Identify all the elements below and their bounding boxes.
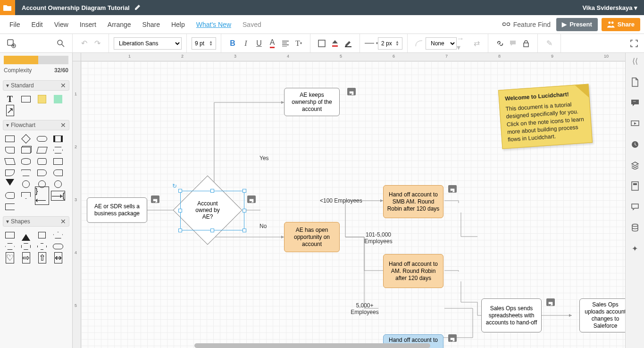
node-smb[interactable]: Hand off account to SMB AM. Round Robin … [383, 185, 443, 218]
fc-note[interactable] [3, 202, 17, 212]
shape-note[interactable] [35, 94, 49, 104]
actions-icon[interactable]: ✦ [629, 243, 641, 254]
sh-tri[interactable] [19, 230, 33, 240]
add-shape-icon[interactable] [5, 37, 18, 50]
note-icon[interactable]: ▄ [247, 195, 256, 203]
sh-hex[interactable] [3, 242, 17, 251]
fc-process[interactable] [3, 134, 17, 144]
layers-icon[interactable] [629, 160, 641, 171]
sh-cloud[interactable] [51, 242, 65, 251]
node-start[interactable]: AE or SDR sells a business package [87, 197, 147, 223]
master-icon[interactable] [629, 180, 641, 192]
palette-flowchart-header[interactable]: ▾ Flowchart✕ [3, 120, 69, 130]
fc-multidoc[interactable] [19, 145, 33, 155]
comment-icon[interactable] [506, 37, 519, 50]
sticky-note[interactable]: Welcome to Lucidchart! This document is … [498, 84, 593, 149]
sh-ar-lr[interactable]: ⇔ [51, 253, 65, 263]
document-title[interactable]: Account Ownership Diagram Tutorial [22, 4, 130, 11]
menu-arrange[interactable]: Arrange [108, 21, 131, 28]
stroke-width-select[interactable]: 2 px▲▼ [378, 37, 402, 50]
undo-icon[interactable]: ↶ [77, 37, 91, 50]
palette-shapes-header[interactable]: ▾ Shapes✕ [3, 216, 69, 227]
fill-icon[interactable] [328, 37, 342, 50]
close-icon[interactable]: ✕ [60, 121, 66, 129]
sh-cross[interactable] [35, 242, 49, 251]
sh-oct[interactable] [19, 242, 33, 251]
menu-share[interactable]: Share [142, 21, 160, 28]
fc-manual[interactable] [19, 168, 33, 178]
menu-help[interactable]: Help [171, 21, 185, 28]
fc-data[interactable] [35, 145, 49, 155]
node-ops2[interactable]: Sales Ops uploads account changes to Sal… [579, 298, 625, 332]
line-style-icon[interactable]: ▾ [365, 37, 378, 50]
bold-icon[interactable]: B [226, 37, 239, 50]
sh-ar-u[interactable]: ⇧ [35, 253, 49, 263]
menu-whats-new[interactable]: What's New [196, 21, 231, 28]
palette-standard-header[interactable]: ▾ Standard✕ [3, 80, 69, 91]
present-button[interactable]: ▶Present [556, 18, 598, 31]
fullscreen-icon[interactable] [628, 37, 640, 50]
sh-pent[interactable] [51, 230, 65, 240]
sh-heart[interactable]: ♡ [3, 253, 17, 263]
chat-icon[interactable] [629, 201, 641, 212]
link-icon[interactable] [493, 37, 506, 50]
canvas[interactable]: AE or SDR sells a business package ▄ Acc… [81, 61, 625, 348]
arrow-end-icon[interactable]: → ▾ [457, 37, 470, 50]
node-open[interactable]: AE has open opportunity on account [284, 222, 340, 252]
menu-view[interactable]: View [54, 21, 68, 28]
font-family-select[interactable]: Liberation Sans [114, 37, 182, 50]
fc-direct[interactable] [35, 157, 49, 166]
fc-intstorage[interactable] [51, 157, 65, 166]
underline-icon[interactable]: U [252, 37, 266, 50]
fc-merge[interactable] [3, 179, 17, 189]
redo-icon[interactable]: ↷ [91, 37, 104, 50]
align-icon[interactable] [279, 37, 292, 50]
arrow-start-select[interactable]: None [426, 37, 457, 50]
shape-rect[interactable] [19, 94, 33, 104]
menu-insert[interactable]: Insert [80, 21, 96, 28]
close-icon[interactable]: ✕ [60, 82, 66, 89]
node-ops1[interactable]: Sales Ops sends spreadsheets with accoun… [481, 298, 542, 332]
sh-ar-r[interactable]: ⇨ [19, 253, 33, 263]
search-icon[interactable] [54, 37, 67, 50]
fc-terminator[interactable] [35, 134, 49, 144]
history-icon[interactable] [629, 139, 641, 150]
fc-stored[interactable] [51, 168, 65, 178]
node-am[interactable]: Hand off account to AM. Round Robin afte… [383, 254, 443, 288]
fc-connect[interactable] [19, 179, 33, 189]
rename-icon[interactable] [134, 4, 141, 12]
share-button[interactable]: Share [602, 18, 640, 31]
note-icon[interactable]: ▄ [151, 195, 159, 203]
note-icon[interactable]: ▄ [448, 185, 457, 193]
italic-icon[interactable]: I [239, 37, 252, 50]
fc-paper[interactable] [3, 168, 17, 178]
node-keep[interactable]: AE keeps ownershp of the account [284, 88, 340, 116]
shape-arrow[interactable]: ↗ [3, 106, 17, 115]
fc-io[interactable] [3, 157, 17, 166]
font-size-select[interactable]: 9 pt▲▼ [192, 37, 216, 50]
menu-edit[interactable]: Edit [32, 21, 43, 28]
fc-brace2[interactable]: ⟶{ [51, 191, 65, 200]
present-panel-icon[interactable] [629, 118, 641, 129]
note-icon[interactable]: ▄ [448, 334, 457, 342]
close-icon[interactable]: ✕ [60, 218, 66, 225]
border-color-icon[interactable] [342, 37, 355, 50]
fc-hex[interactable] [51, 145, 65, 155]
collapse-dock-icon[interactable]: ⟨⟨ [632, 57, 638, 67]
horizontal-scrollbar[interactable] [194, 343, 430, 348]
page-icon[interactable] [629, 76, 641, 88]
fc-predef[interactable] [51, 134, 65, 144]
fc-brace1[interactable]: }⟵ [35, 191, 49, 200]
folder-icon[interactable] [0, 0, 15, 15]
fc-display[interactable] [3, 191, 17, 200]
fc-decision[interactable] [19, 134, 33, 144]
user-menu[interactable]: Vika Sviderskaya ▾ [582, 4, 637, 11]
note-icon[interactable]: ▄ [546, 298, 555, 306]
magic-icon[interactable]: ✎ [543, 37, 556, 50]
fc-delay[interactable] [35, 168, 49, 178]
feature-find[interactable]: Feature Find [502, 21, 551, 28]
swap-ends-icon[interactable]: ⇄ [470, 37, 483, 50]
fc-sum[interactable] [51, 179, 65, 189]
line-type-icon[interactable] [412, 37, 426, 50]
fc-doc[interactable] [3, 145, 17, 155]
